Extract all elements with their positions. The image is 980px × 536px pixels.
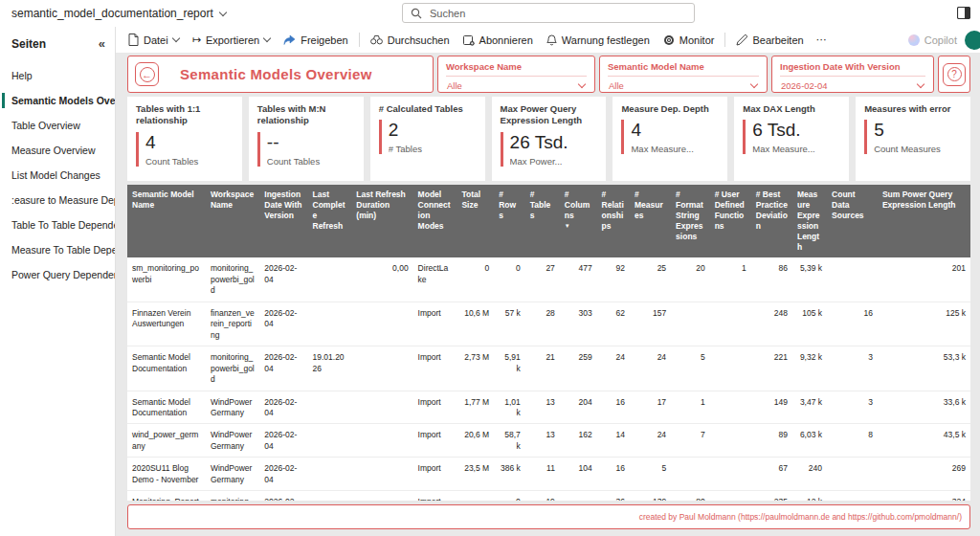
table-column-header[interactable]: # Columns ▼ [560,185,597,257]
table-column-header[interactable]: Semantic Model Name ▼ [127,185,206,257]
table-column-header[interactable]: # User Defined Functions ▼ [710,185,751,257]
search-input[interactable] [428,7,686,20]
top-bar: semantic_model_documentation_report [0,0,980,27]
page-title: Semantic Models Overview [180,66,372,82]
table-column-header[interactable]: # Best Practice Deviation ▼ [751,185,792,257]
side-pane-toggle-icon[interactable] [957,7,970,19]
kpi-card[interactable]: Max DAX Length 6 Tsd. Max Measure... [734,97,849,181]
sidebar-page-item[interactable]: Help [0,63,115,88]
kpi-card[interactable]: Measure Dep. Depth 4 Max Measure... [612,97,727,181]
sidebar-page-item[interactable]: Measure Overview [0,138,115,163]
help-button[interactable]: ? [943,63,966,86]
report-name-label: semantic_model_documentation_report [11,7,213,20]
sidebar-page-label: :easure to Measure Dep... [11,194,115,206]
search-icon [411,8,422,19]
table-row[interactable]: wind_power_germany WindPowerGermany 2026… [127,424,970,458]
table-row[interactable]: Monitoring_Report monitoring_powerbi_gol… [127,491,970,501]
table-column-header[interactable]: # Tables ▼ [525,185,560,257]
kpi-value: 4 [631,120,719,141]
table-row[interactable]: Semantic Model Documentation monitoring_… [127,346,970,391]
table-row[interactable]: Finnazen Verein Auswertungen finanzen_ve… [127,302,970,346]
table-column-header[interactable]: # Relationships ▼ [597,185,630,257]
sidebar-page-item[interactable]: Table Overview [0,113,115,138]
sidebar-page-item[interactable]: Semantic Models Over... [0,88,115,113]
sidebar-page-label: Power Query Dependen... [11,269,115,280]
slicer-dropdown[interactable]: Alle [608,76,759,91]
kpi-title: Measure Dep. Depth [621,103,719,115]
kpi-card[interactable]: Max Power Query Expression Length 26 Tsd… [492,97,607,181]
table-column-header[interactable]: # Measures ▼ [630,185,671,257]
collapse-pane-icon[interactable]: « [99,36,105,51]
back-arrow-icon: ← [140,67,155,82]
kpi-sublabel: Count Tables [267,156,355,167]
toolbar-divider [359,33,360,47]
monitor-icon [663,34,675,46]
table-row[interactable]: Semantic Model Documentation WindPowerGe… [127,391,970,424]
table-column-header[interactable]: Sum Power Query Expression Length ▼ [878,185,970,257]
slicer-dropdown[interactable]: Alle [446,76,587,91]
chevron-down-icon [219,8,227,15]
subscribe-icon [463,34,475,46]
table-row[interactable]: 2020SU11 Blog Demo - November WindPowerG… [127,458,970,491]
toolbar-divider [724,33,725,47]
copilot-button[interactable]: Copilot [908,34,957,46]
help-box: ? [938,56,970,93]
report-name-dropdown[interactable]: semantic_model_documentation_report [11,7,226,20]
kpi-card[interactable]: # Calculated Tables 2 # Tables [370,97,485,181]
slicer-label: Ingestion Date With Version [780,61,925,72]
table-column-header[interactable]: Total Size ▼ [457,185,494,257]
slicer-label: Semantic Model Name [608,61,759,72]
slicer-dropdown[interactable]: 2026-02-04 [780,76,925,91]
footer-credit: created by Paul Moldmann (https://paulmo… [639,512,962,522]
more-options-icon[interactable]: ⋯ [811,30,834,50]
subscribe-button[interactable]: Abonnieren [457,31,540,50]
table-column-header[interactable]: Count Data Sources ▼ [827,185,878,257]
slicer-label: Workspace Name [446,61,587,72]
edit-button[interactable]: Bearbeiten [729,31,810,50]
kpi-card[interactable]: Measures with error 5 Count Measures [856,97,970,181]
export-menu-button[interactable]: ↦ Exportieren [186,30,277,50]
copilot-icon [908,34,920,46]
table-column-header[interactable]: Measure Expression Length ▼ [792,185,827,257]
table-column-header[interactable]: Model Connection Modes ▼ [413,185,457,257]
global-search [402,3,695,23]
table-column-header[interactable]: Ingestion Date With Version ▼ [259,185,307,257]
table-column-header[interactable]: Workspace Name ▼ [206,185,259,257]
kpi-title: Tables with 1:1 relationship [136,103,234,127]
account-avatar[interactable] [965,31,980,50]
table-column-header[interactable]: # Format String Expressions ▼ [671,185,710,257]
kpi-card[interactable]: Tables with M:N relationship -- Count Ta… [249,97,364,181]
table-column-header[interactable]: Last Refresh Duration (min) ▼ [351,185,412,257]
kpi-title: # Calculated Tables [379,103,477,115]
sidebar-page-label: List Model Changes [11,169,100,181]
file-icon [128,34,139,46]
table-column-header[interactable]: Last Complete Refresh ▼ [308,185,352,257]
bell-icon [546,34,557,46]
sidebar-page-label: Semantic Models Over... [11,95,115,106]
back-button[interactable]: ← [135,62,159,86]
table-column-header[interactable]: # Rows ▼ [494,185,525,257]
sidebar-page-item[interactable]: Table To Table Depende... [0,212,115,237]
chevron-down-icon [578,80,586,88]
kpi-sublabel: # Tables [389,144,477,154]
kpi-value: 4 [145,132,234,153]
share-button[interactable]: Freigeben [277,31,355,50]
table-row[interactable]: sm_monitoring_powerbi monitoring_powerbi… [127,257,970,302]
sidebar-page-item[interactable]: Power Query Dependen... [0,262,115,287]
kpi-card[interactable]: Tables with 1:1 relationship 4 Count Tab… [127,97,242,181]
chevron-down-icon [263,34,271,42]
sidebar-page-item[interactable]: List Model Changes [0,163,115,188]
sidebar-page-item[interactable]: :easure to Measure Dep... [0,188,115,212]
sidebar-page-label: Help [11,70,33,81]
pages-title: Seiten [11,37,46,51]
explore-button[interactable]: Durchsuchen [364,31,457,50]
kpi-sublabel: Count Tables [145,156,234,167]
kpi-title: Measures with error [864,103,962,115]
sidebar-page-item[interactable]: Measure To Table Depe... [0,237,115,262]
file-menu-button[interactable]: Datei [122,30,186,50]
monitor-button[interactable]: Monitor [657,31,722,50]
set-alert-button[interactable]: Warnung festlegen [540,31,657,50]
kpi-sublabel: Max Measure... [752,144,840,154]
sort-descending-icon: ▼ [565,223,592,231]
kpi-title: Max DAX Length [743,103,840,115]
